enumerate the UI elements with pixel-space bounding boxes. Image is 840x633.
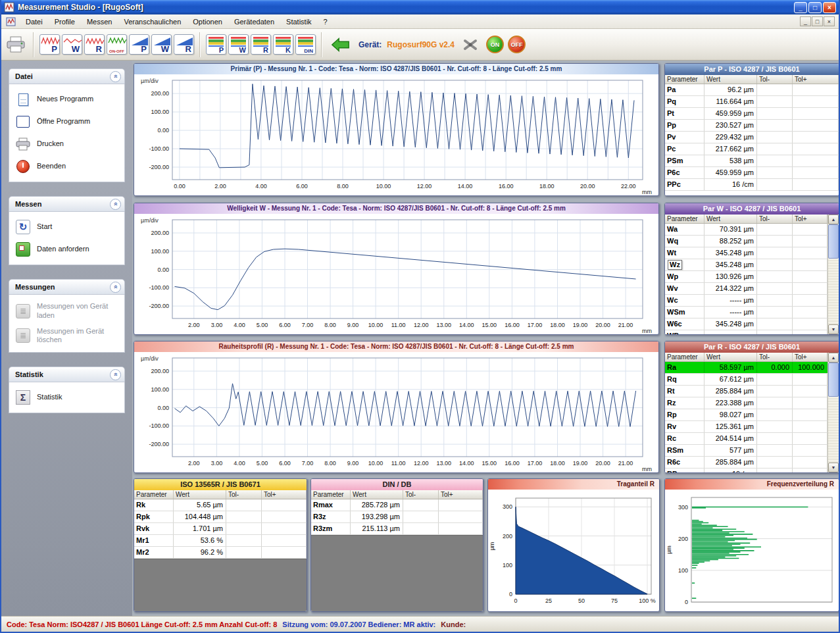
table-row[interactable]: Wq88.252 µm: [665, 236, 828, 247]
table-row[interactable]: Rt285.884 µm: [665, 386, 828, 397]
table-row[interactable]: Rp98.027 µm: [665, 409, 828, 421]
table-row[interactable]: Rq67.612 µm: [665, 374, 828, 386]
sidebar-item-drucken[interactable]: Drucken: [9, 133, 124, 155]
table-row[interactable]: R3zm215.113 µm: [311, 523, 483, 535]
table-row[interactable]: Rmax285.728 µm: [311, 499, 483, 511]
vertical-scrollbar[interactable]: ▲▼: [828, 215, 839, 334]
collapse-chevron-icon[interactable]: »: [110, 71, 121, 82]
device-off-button[interactable]: OFF: [508, 36, 526, 53]
view-w-button[interactable]: W: [151, 34, 172, 55]
table-row[interactable]: Pv229.432 µm: [665, 132, 839, 143]
column-header-parameter[interactable]: Parameter: [134, 490, 174, 499]
table-row[interactable]: Wp130.926 µm: [665, 271, 828, 283]
sidebar-item-messungen-von-gerät-laden[interactable]: ≣Messungen von Gerät laden: [9, 299, 124, 324]
table-row[interactable]: Rvk1.701 µm: [134, 523, 307, 535]
menu-item-help[interactable]: ?: [318, 16, 334, 28]
tools-icon[interactable]: [462, 37, 479, 53]
column-header-tol[interactable]: Tol-: [403, 490, 439, 499]
menu-item-veranschaulichen[interactable]: Veranschaulichen: [118, 16, 187, 28]
table-row[interactable]: Ra58.597 µm0.000100.000: [665, 362, 828, 374]
table-row[interactable]: Pc217.662 µm: [665, 143, 839, 155]
sidebar-panel-header-datei[interactable]: Datei»: [9, 68, 125, 84]
menu-item-datei[interactable]: Datei: [20, 16, 49, 28]
vertical-scrollbar[interactable]: ▲▼: [828, 353, 839, 472]
table-row[interactable]: WSm----- µm: [665, 307, 828, 318]
scroll-up-button[interactable]: ▲: [828, 353, 839, 363]
mdi-minimize-button[interactable]: _: [800, 16, 811, 26]
table-row[interactable]: RPc19 /cm: [665, 468, 828, 472]
table-row[interactable]: PPc16 /cm: [665, 179, 839, 191]
params-r-button[interactable]: R: [251, 34, 271, 55]
scrollbar-thumb[interactable]: [828, 363, 839, 397]
close-button[interactable]: ×: [823, 2, 836, 13]
sidebar-item-neues-programm[interactable]: Neues Programm: [9, 88, 124, 111]
collapse-chevron-icon[interactable]: »: [110, 199, 121, 210]
param-edit-box[interactable]: Wz: [668, 260, 682, 270]
table-row[interactable]: WPc: [665, 330, 828, 334]
menu-item-messen[interactable]: Messen: [81, 16, 118, 28]
params-p-button[interactable]: P: [206, 34, 226, 55]
collapse-chevron-icon[interactable]: »: [110, 282, 121, 293]
table-row[interactable]: Mr153.6 %: [134, 535, 307, 547]
scrollbar-track[interactable]: [828, 363, 839, 463]
scroll-up-button[interactable]: ▲: [828, 215, 839, 224]
table-row[interactable]: Wz345.248 µm: [665, 259, 828, 271]
column-header-wert[interactable]: Wert: [704, 75, 757, 84]
column-header-parameter[interactable]: Parameter: [665, 353, 704, 361]
table-row[interactable]: Rv125.361 µm: [665, 421, 828, 433]
menu-item-optionen[interactable]: Optionen: [187, 16, 228, 28]
column-header-wert[interactable]: Wert: [704, 353, 757, 361]
minimize-button[interactable]: _: [794, 2, 807, 13]
column-header-tol[interactable]: Tol+: [262, 490, 307, 499]
scroll-down-button[interactable]: ▼: [828, 463, 839, 472]
profile-w-button[interactable]: W: [62, 34, 82, 55]
sidebar-item-statistik[interactable]: ΣStatistik: [9, 386, 124, 409]
column-header-wert[interactable]: Wert: [174, 490, 226, 499]
print-button[interactable]: [5, 36, 26, 54]
sidebar-item-daten-anfordern[interactable]: Daten anfordern: [9, 238, 124, 261]
back-arrow-icon[interactable]: [330, 36, 351, 54]
column-header-tol[interactable]: Tol-: [757, 353, 793, 361]
mdi-close-button[interactable]: ×: [824, 16, 835, 26]
table-row[interactable]: Rz223.388 µm: [665, 397, 828, 409]
params-din-button[interactable]: DIN: [295, 34, 316, 55]
column-header-tol[interactable]: Tol-: [226, 490, 262, 499]
scrollbar-thumb[interactable]: [828, 224, 839, 259]
menu-item-gerätedaten[interactable]: Gerätedaten: [228, 16, 280, 28]
column-header-parameter[interactable]: Parameter: [665, 75, 704, 84]
device-on-button[interactable]: ON: [486, 36, 504, 53]
table-row[interactable]: Pq116.664 µm: [665, 96, 839, 108]
maximize-button[interactable]: □: [808, 2, 822, 13]
menu-item-profile[interactable]: Profile: [49, 16, 81, 28]
table-row[interactable]: P6c459.959 µm: [665, 167, 839, 179]
column-header-wert[interactable]: Wert: [704, 215, 757, 223]
table-row[interactable]: Rk5.65 µm: [134, 499, 307, 511]
view-r-button[interactable]: R: [174, 34, 194, 55]
table-row[interactable]: RSm577 µm: [665, 445, 828, 457]
table-row[interactable]: Wv214.322 µm: [665, 283, 828, 295]
table-row[interactable]: Rc204.514 µm: [665, 433, 828, 445]
table-row[interactable]: Rpk104.448 µm: [134, 511, 307, 523]
sidebar-item-messungen-im-gerät-löschen[interactable]: ≣Messungen im Gerät löschen: [9, 324, 124, 349]
column-header-tol[interactable]: Tol+: [793, 215, 828, 223]
scrollbar-track[interactable]: [828, 224, 839, 324]
table-row[interactable]: Mr296.2 %: [134, 547, 307, 559]
mdi-restore-button[interactable]: □: [812, 16, 823, 26]
profile-r-button[interactable]: R: [84, 34, 105, 55]
params-k-button[interactable]: K: [273, 34, 293, 55]
view-p-button[interactable]: P: [129, 34, 149, 55]
column-header-tol[interactable]: Tol-: [757, 75, 793, 84]
table-row[interactable]: Wa70.391 µm: [665, 224, 828, 236]
table-row[interactable]: Wt345.248 µm: [665, 247, 828, 259]
table-row[interactable]: R3z193.298 µm: [311, 511, 483, 523]
table-row[interactable]: Wc----- µm: [665, 295, 828, 307]
sidebar-panel-header-messen[interactable]: Messen»: [9, 196, 125, 212]
sidebar-item-start[interactable]: ↻Start: [9, 216, 124, 238]
sidebar-panel-header-statistik[interactable]: Statistik»: [9, 367, 125, 382]
table-row[interactable]: Pa96.2 µm: [665, 84, 839, 96]
scroll-down-button[interactable]: ▼: [828, 324, 839, 334]
table-row[interactable]: Pp230.527 µm: [665, 120, 839, 132]
menu-item-statistik[interactable]: Statistik: [280, 16, 318, 28]
sidebar-item-beenden[interactable]: Beenden: [9, 155, 124, 178]
table-row[interactable]: R6c285.884 µm: [665, 457, 828, 468]
